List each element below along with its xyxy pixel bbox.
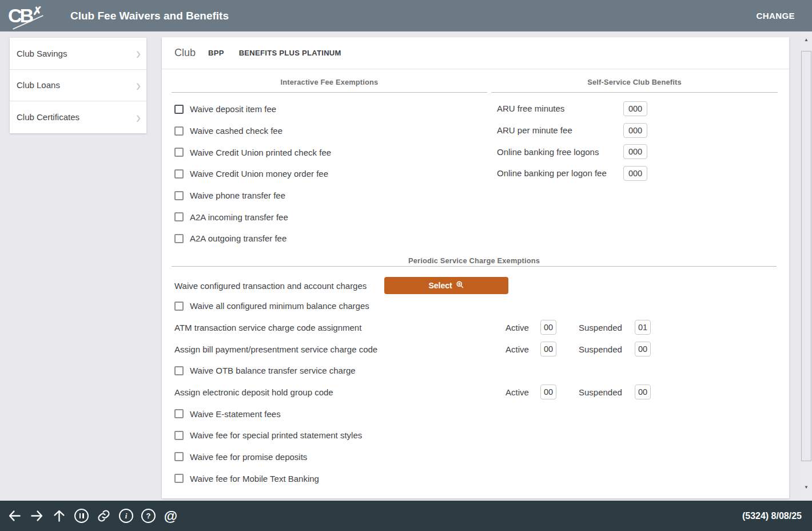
scrollbar-thumb[interactable]	[801, 51, 811, 461]
checkbox-label: Waive fee for special printed statement …	[190, 430, 362, 440]
up-arrow-icon[interactable]	[51, 508, 67, 524]
checkbox-label: Waive phone transfer fee	[190, 191, 285, 200]
section-headers-row: Interactive Fee Exemptions Self-Service …	[162, 69, 789, 93]
logo-text: CB	[8, 5, 31, 27]
app-window: CB✗ Club Fee Waivers and Benefits CHANGE…	[0, 0, 812, 531]
self-service-club-benefits-header: Self-Service Club Benefits	[491, 69, 778, 93]
suspended-label: Suspended	[579, 323, 622, 332]
active-label: Active	[505, 344, 529, 354]
self-service-benefits-list: ARU free minutes ARU per minute fee Onli…	[487, 93, 789, 249]
content-panel: Club BPP BENEFITS PLUS PLATINUM Interact…	[162, 37, 789, 498]
checkbox-label: Waive fee for promise deposits	[190, 452, 307, 462]
scroll-down-arrow-icon[interactable]: ▼	[801, 484, 812, 492]
chevron-right-icon: ›	[136, 109, 141, 126]
waive-cashed-check-fee-checkbox[interactable]	[174, 126, 184, 136]
club-label: Club	[174, 47, 196, 59]
waive-min-balance-charges-checkbox[interactable]	[174, 302, 184, 311]
field-label: ARU free minutes	[497, 104, 623, 113]
at-icon[interactable]: @	[163, 508, 178, 524]
a2a-incoming-transfer-fee-checkbox[interactable]	[174, 212, 184, 221]
sidebar: Club Savings › Club Loans › Club Certifi…	[10, 38, 146, 133]
help-icon[interactable]: ?	[141, 508, 156, 524]
checkbox-row: Waive deposit item fee	[174, 98, 487, 120]
scroll-up-arrow-icon[interactable]: ▲	[801, 36, 812, 44]
waive-cu-money-order-fee-checkbox[interactable]	[174, 169, 184, 179]
suspended-label: Suspended	[579, 344, 622, 354]
waive-mobile-text-banking-checkbox[interactable]	[174, 474, 184, 483]
sidebar-item-club-loans[interactable]: Club Loans ›	[10, 70, 146, 102]
aru-free-minutes-input[interactable]	[623, 101, 647, 116]
checkbox-label: Waive OTB balance transfer service charg…	[190, 366, 356, 375]
active-label: Active	[505, 387, 529, 397]
forward-arrow-icon[interactable]	[29, 508, 45, 524]
checkbox-row: Waive cashed check fee	[174, 120, 487, 142]
interactive-fee-exemptions-header: Interactive Fee Exemptions	[172, 69, 487, 93]
waive-special-printed-statement-checkbox[interactable]	[174, 431, 184, 440]
pause-icon[interactable]	[74, 508, 89, 524]
zoom-in-magnifier-icon	[456, 280, 464, 291]
back-arrow-icon[interactable]	[7, 508, 22, 524]
waive-phone-transfer-fee-checkbox[interactable]	[174, 191, 184, 200]
sidebar-item-club-savings[interactable]: Club Savings ›	[10, 38, 146, 70]
periodic-section-body: Waive configured transaction and account…	[162, 277, 789, 489]
billpay-active-input[interactable]	[540, 342, 556, 356]
aru-per-minute-fee-input[interactable]	[623, 123, 647, 138]
waive-estatement-fees-checkbox[interactable]	[174, 409, 184, 418]
field-label: ARU per minute fee	[497, 125, 623, 135]
row-label: ATM transaction service charge code assi…	[174, 323, 361, 332]
bottom-toolbar: i ? @ (5324) 8/08/25	[0, 501, 812, 531]
waive-configured-charges-row: Waive configured transaction and account…	[174, 277, 789, 295]
field-label: Online banking free logons	[497, 147, 623, 157]
field-label: Online banking per logon fee	[497, 168, 623, 178]
atm-active-input[interactable]	[540, 320, 556, 335]
plan-code-label: BPP	[208, 49, 224, 57]
deposit-hold-suspended-input[interactable]	[635, 385, 651, 399]
select-charges-button[interactable]: Select	[384, 277, 508, 294]
change-button[interactable]: CHANGE	[757, 11, 795, 21]
sidebar-item-label: Club Certificates	[17, 112, 79, 122]
checkbox-label: Waive E-statement fees	[190, 409, 281, 419]
field-row: ARU per minute fee	[497, 120, 789, 141]
waive-otb-balance-transfer-checkbox[interactable]	[174, 366, 184, 375]
suspended-label: Suspended	[579, 387, 622, 397]
checkbox-row: A2A incoming transfer fee	[174, 206, 487, 228]
waive-promise-deposits-checkbox[interactable]	[174, 452, 184, 461]
checkbox-row: Waive fee for promise deposits	[174, 446, 789, 468]
waive-cu-printed-check-fee-checkbox[interactable]	[174, 148, 184, 157]
page-title: Club Fee Waivers and Benefits	[70, 10, 229, 22]
atm-suspended-input[interactable]	[635, 320, 651, 335]
sidebar-item-label: Club Loans	[17, 80, 60, 90]
chevron-right-icon: ›	[136, 77, 141, 94]
a2a-outgoing-transfer-fee-checkbox[interactable]	[174, 234, 184, 243]
periodic-service-charge-header: Periodic Service Charge Exemptions	[172, 253, 777, 267]
field-row: ARU free minutes	[497, 98, 789, 120]
online-banking-per-logon-fee-input[interactable]	[623, 166, 647, 181]
active-label: Active	[505, 323, 529, 332]
field-row: Online banking free logons	[497, 141, 789, 163]
checkbox-label: Waive all configured minimum balance cha…	[190, 301, 369, 311]
vertical-scrollbar[interactable]: ▲ ▼	[801, 31, 812, 501]
row-label: Assign electronic deposit hold group cod…	[174, 387, 333, 397]
waive-deposit-item-fee-checkbox[interactable]	[174, 105, 184, 114]
info-icon[interactable]: i	[118, 508, 134, 524]
sidebar-item-club-certificates[interactable]: Club Certificates ›	[10, 101, 146, 133]
sidebar-item-label: Club Savings	[17, 49, 67, 58]
checkbox-label: Waive cashed check fee	[190, 126, 282, 136]
checkbox-row: Waive Credit Union money order fee	[174, 163, 487, 185]
checkbox-label: A2A incoming transfer fee	[190, 212, 288, 222]
field-row: Online banking per logon fee	[497, 163, 789, 184]
online-banking-free-logons-input[interactable]	[623, 144, 647, 159]
checkbox-label: Waive deposit item fee	[190, 104, 276, 114]
interactive-fee-exemptions-list: Waive deposit item fee Waive cashed chec…	[162, 93, 487, 249]
row-label: Waive configured transaction and account…	[174, 281, 367, 291]
two-column-body: Waive deposit item fee Waive cashed chec…	[162, 93, 789, 249]
checkbox-row: Waive fee for Mobile Text Banking	[174, 467, 789, 489]
plan-name-label: BENEFITS PLUS PLATINUM	[239, 49, 341, 57]
checkbox-label: Waive Credit Union money order fee	[190, 169, 328, 179]
deposit-hold-active-input[interactable]	[540, 385, 556, 399]
checkbox-label: Waive Credit Union printed check fee	[190, 148, 331, 157]
plan-header-row: Club BPP BENEFITS PLUS PLATINUM	[162, 37, 789, 69]
billpay-suspended-input[interactable]	[635, 342, 651, 356]
checkbox-row: Waive Credit Union printed check fee	[174, 141, 487, 163]
link-icon[interactable]	[96, 508, 112, 524]
